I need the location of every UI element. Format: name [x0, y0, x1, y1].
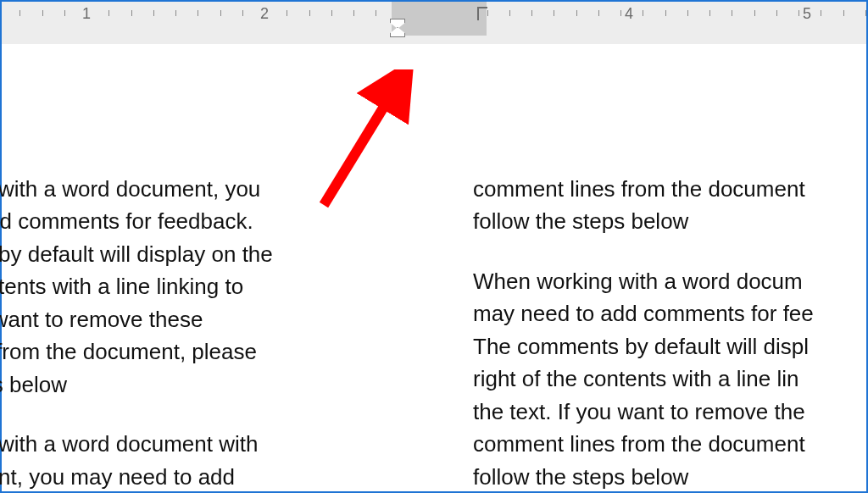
ruler-tick: [175, 10, 176, 16]
ruler-tick: [620, 10, 621, 16]
document-canvas[interactable]: orking with a word document, you d to ad…: [2, 44, 866, 491]
ruler-tick: [19, 10, 20, 16]
ruler-number: 4: [625, 5, 633, 23]
ruler-tick: [843, 10, 844, 16]
ruler-number: 5: [803, 5, 811, 23]
ruler-tick: [376, 10, 376, 16]
paragraph: orking with a word document with ocument…: [0, 428, 381, 493]
text-column-right: comment lines from the document follow t…: [473, 173, 868, 493]
ruler-tick: [198, 10, 198, 16]
ruler-number: 1: [82, 5, 91, 23]
ruler-tick: [131, 10, 132, 16]
ruler-tick: [754, 10, 755, 16]
ruler-number: 2: [260, 5, 269, 23]
ruler-tick: [531, 10, 532, 16]
ruler-tick: [353, 10, 354, 16]
ruler-tick: [309, 10, 310, 16]
ruler-tick: [709, 10, 710, 16]
ruler-tick: [576, 10, 577, 16]
paragraph: When working with a word docum may need …: [473, 265, 868, 493]
paragraph: comment lines from the document follow t…: [473, 173, 868, 238]
paragraph: orking with a word document, you d to ad…: [0, 173, 381, 401]
ruler-tick: [598, 10, 599, 16]
ruler-tick: [64, 10, 65, 16]
ruler-tick: [108, 10, 109, 16]
ruler-tick: [554, 10, 554, 16]
ruler-tick: [153, 10, 154, 16]
word-window-frame: 1245 orking with a word document, you d …: [0, 0, 868, 493]
ruler-tick: [865, 10, 866, 16]
ruler-tick: [776, 10, 777, 16]
ruler-tick: [643, 10, 643, 16]
horizontal-ruler[interactable]: 1245: [2, 2, 866, 45]
ruler-column-gap[interactable]: [392, 2, 487, 36]
ruler-tick: [220, 10, 221, 16]
tab-stop-marker[interactable]: [477, 7, 487, 20]
ruler-tick: [331, 10, 332, 16]
ruler-tick: [732, 10, 732, 16]
ruler-tick: [287, 10, 287, 16]
ruler-tick: [509, 10, 510, 16]
ruler-tick: [687, 10, 688, 16]
ruler-tick: [821, 10, 821, 16]
text-column-left: orking with a word document, you d to ad…: [0, 173, 381, 493]
ruler-tick: [242, 10, 243, 16]
ruler-tick: [42, 10, 43, 16]
ruler-tick: [798, 10, 799, 16]
ruler-tick: [665, 10, 666, 16]
